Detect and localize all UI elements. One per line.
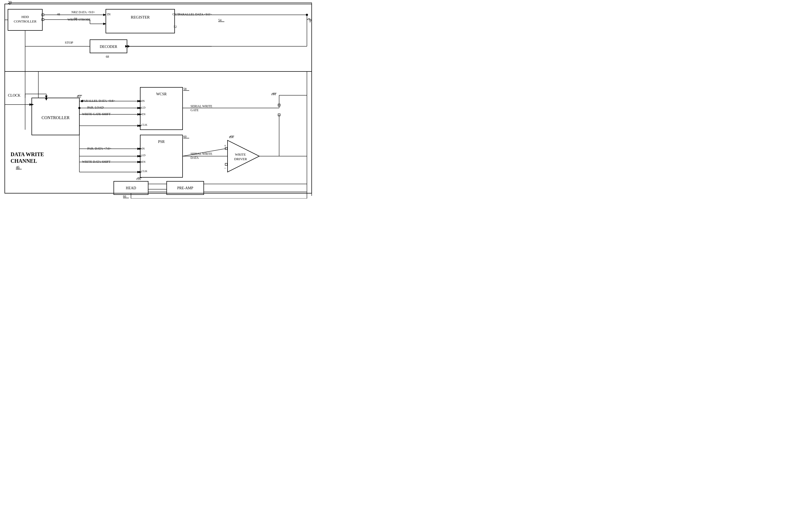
hdd-label-1: HDD [22, 15, 29, 19]
wcsr-ld: LD [142, 106, 145, 109]
svg-marker-19 [128, 45, 130, 48]
decoder-label: DECODER [100, 45, 117, 49]
ref-54: 54 [218, 18, 221, 22]
par-data-70-label: PAR. DATA <7:0> [87, 147, 111, 150]
svg-rect-60 [225, 163, 227, 165]
par-load-label: PAR. LOAD [87, 106, 104, 109]
psr-ld: LD [142, 154, 145, 157]
wcsr-label: WCSR [156, 92, 167, 96]
psr-en: EN [142, 160, 145, 163]
ref-48: 48 [57, 12, 60, 16]
ref-68: 68 [106, 55, 109, 59]
psr-clk: CLK [142, 169, 147, 173]
nrz-data-label: NRZ DATA <9:0> [71, 10, 95, 14]
serial-write-data-label: SERIAL WRITE [190, 152, 212, 156]
wcsr-clk: CLK [142, 123, 147, 126]
clock-label: CLOCK [8, 94, 21, 97]
register-in: IN [107, 12, 111, 16]
plus-symbol: + [224, 144, 226, 148]
data-write-channel-label2: CHANNEL [10, 158, 37, 164]
ref-16: 16 [138, 177, 141, 181]
pre-amp-label: PRE-AMP [177, 186, 193, 190]
serial-write-data-label2: DATA [190, 156, 199, 160]
ref-52: 52 [174, 25, 177, 29]
register-label: REGISTER [131, 15, 150, 19]
write-data-shift-label: WRITE DATA SHIFT [82, 160, 111, 164]
minus-symbol: − [224, 166, 226, 170]
head-label: HEAD [126, 186, 136, 190]
register-out: OUT [173, 12, 179, 16]
svg-marker-29 [45, 98, 48, 101]
ref-62: 62 [78, 95, 81, 98]
ref-60: 60 [183, 135, 186, 138]
stop-label: STOP [65, 40, 73, 44]
svg-rect-1 [5, 4, 312, 71]
hdd-label-2: CONTROLLER [14, 19, 37, 23]
ref-58: 58 [183, 87, 186, 91]
data-write-channel-label: DATA WRITE [10, 151, 44, 157]
controller-label: CONTROLLER [41, 115, 70, 120]
write-driver-label2: DRIVER [234, 157, 247, 161]
serial-write-gate-label: SERIAL WRITE [190, 104, 212, 108]
svg-rect-3 [106, 9, 175, 33]
ref-44: 44 [273, 92, 276, 96]
psr-label: PSR [158, 140, 165, 144]
svg-point-38 [81, 100, 83, 102]
wcsr-en: EN [142, 112, 145, 116]
wcsr-in: IN [142, 99, 145, 102]
ref-64: 64 [230, 135, 233, 139]
write-gate-shift-label: WRITE GATE SHIFT [82, 112, 111, 116]
ref-66: 66 [123, 195, 126, 198]
write-driver-label1: WRITE [235, 152, 246, 157]
serial-write-gate-label2: GATE [190, 108, 199, 112]
parallel-data-98-label: PARALLEL DATA <9:8> [82, 99, 115, 103]
parallel-data-out-label: PARALLEL DATA <9:0> [179, 12, 212, 16]
svg-rect-0 [5, 71, 312, 193]
ref-46: 46 [16, 165, 20, 169]
svg-marker-31 [31, 103, 34, 106]
psr-in: IN [142, 147, 145, 150]
